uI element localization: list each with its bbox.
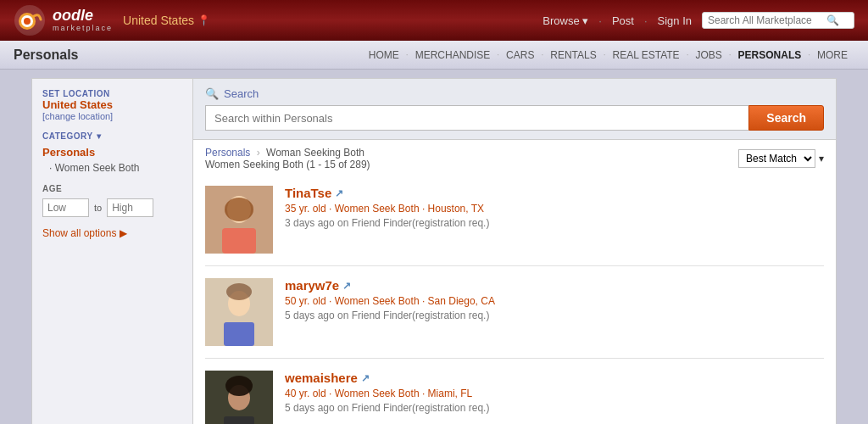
search-area: 🔍 Search Search — [193, 79, 836, 140]
breadcrumb-bar: Personals › Woman Seeking Both Women See… — [193, 140, 836, 174]
search-button[interactable]: Search — [748, 105, 824, 131]
age-section: AGE to — [42, 184, 182, 217]
external-link-icon-1: ↗ — [335, 187, 343, 199]
age-label: AGE — [42, 184, 182, 193]
category-label: CATEGORY — [42, 131, 93, 141]
svg-point-6 — [225, 198, 253, 221]
sep-2: · — [644, 14, 648, 27]
svg-point-3 — [24, 18, 31, 25]
listings: TinaTse ↗ 35 yr. old · Women Seek Both ·… — [193, 174, 836, 424]
category-dropdown[interactable]: CATEGORY ▾ — [42, 131, 182, 141]
listing-thumb-3[interactable] — [205, 371, 273, 424]
header-search-box[interactable]: 🔍 — [702, 12, 854, 29]
set-location-label: SET LOCATION — [42, 89, 182, 98]
location-pin-icon: 📍 — [198, 14, 210, 26]
list-item: TinaTse ↗ 35 yr. old · Women Seek Both ·… — [205, 174, 824, 266]
thumb-svg-1 — [205, 186, 273, 254]
listing-date-3: 5 days ago on Friend Finder(registration… — [285, 402, 824, 414]
svg-rect-7 — [222, 228, 256, 254]
nav-home[interactable]: HOME — [362, 49, 406, 61]
listing-meta-2: 50 yr. old · Women Seek Both · San Diego… — [285, 295, 824, 307]
age-high-input[interactable] — [107, 198, 153, 217]
search-label: 🔍 Search — [205, 87, 824, 100]
logo-name: oodle — [53, 8, 113, 25]
thumb-svg-2 — [205, 278, 273, 346]
category-dropdown-icon: ▾ — [97, 131, 102, 141]
breadcrumb-child: Woman Seeking Both — [266, 147, 364, 159]
breadcrumb: Personals › Woman Seeking Both — [205, 147, 370, 159]
post-link[interactable]: Post — [612, 14, 634, 27]
oodle-logo-icon — [14, 4, 46, 36]
age-inputs: to — [42, 198, 182, 217]
svg-point-11 — [226, 283, 252, 300]
site-header: oodle marketplace United States 📍 Browse… — [0, 0, 868, 41]
thumb-svg-3 — [205, 371, 273, 424]
svg-point-15 — [225, 376, 253, 396]
search-row: Search — [205, 105, 824, 131]
nav-merchandise[interactable]: MERCHANDISE — [409, 49, 498, 61]
show-all-options-link[interactable]: Show all options ▶ — [42, 227, 182, 239]
external-link-icon-3: ↗ — [361, 372, 370, 384]
nav-rentals[interactable]: RENTALS — [543, 49, 603, 61]
category-personals[interactable]: Personals — [42, 146, 182, 159]
sort-control: Best Match Newest Oldest ▾ — [738, 149, 824, 168]
listing-name-3[interactable]: wemaishere ↗ — [285, 371, 824, 385]
header-search-icon: 🔍 — [826, 14, 839, 26]
breadcrumb-parent[interactable]: Personals — [205, 147, 250, 159]
age-to-label: to — [94, 203, 102, 213]
listing-thumb-1[interactable] — [205, 186, 273, 254]
listing-meta-1: 35 yr. old · Women Seek Both · Houston, … — [285, 203, 824, 215]
sep-1: · — [598, 14, 602, 27]
sidebar-location-value[interactable]: United States — [42, 98, 182, 111]
sort-select[interactable]: Best Match Newest Oldest — [738, 149, 815, 168]
header-search-input[interactable] — [708, 14, 826, 26]
browse-link[interactable]: Browse ▾ — [542, 14, 588, 27]
breadcrumb-area: Personals › Woman Seeking Both Women See… — [205, 147, 370, 170]
listing-name-2[interactable]: maryw7e ↗ — [285, 278, 824, 293]
header-location[interactable]: United States 📍 — [123, 14, 210, 27]
sort-dropdown-icon: ▾ — [819, 153, 824, 165]
listing-meta-3: 40 yr. old · Women Seek Both · Miami, FL — [285, 388, 824, 399]
nav-personals[interactable]: PERSONALS — [732, 49, 809, 61]
list-item: maryw7e ↗ 50 yr. old · Women Seek Both ·… — [205, 266, 824, 359]
listing-info-2: maryw7e ↗ 50 yr. old · Women Seek Both ·… — [285, 278, 824, 321]
nav-more[interactable]: MORE — [810, 49, 854, 61]
nav-cars[interactable]: CARS — [499, 49, 541, 61]
external-link-icon-2: ↗ — [342, 280, 351, 292]
listing-date-1: 3 days ago on Friend Finder(registration… — [285, 217, 824, 229]
header-location-text: United States — [123, 14, 194, 27]
listing-date-2: 5 days ago on Friend Finder(registration… — [285, 310, 824, 321]
sidebar: SET LOCATION United States [change locat… — [31, 78, 192, 424]
logo-sub: marketplace — [53, 25, 113, 33]
main-wrapper: SET LOCATION United States [change locat… — [31, 78, 837, 424]
svg-rect-14 — [224, 416, 254, 424]
nav-jobs[interactable]: JOBS — [688, 49, 728, 61]
list-item: wemaishere ↗ 40 yr. old · Women Seek Bot… — [205, 359, 824, 424]
main-content: 🔍 Search Search Personals › Woman Seekin… — [192, 78, 837, 424]
page-title: Personals — [14, 47, 78, 63]
nav-realestate[interactable]: REAL ESTATE — [605, 49, 686, 61]
change-location-link[interactable]: [change location] — [42, 111, 182, 121]
search-icon: 🔍 — [205, 87, 219, 100]
svg-rect-10 — [224, 322, 254, 346]
logo-area[interactable]: oodle marketplace — [14, 4, 113, 36]
nav-links: HOME · MERCHANDISE · CARS · RENTALS · RE… — [362, 49, 854, 61]
header-right: Browse ▾ · Post · Sign In 🔍 — [542, 12, 854, 29]
category-women-seek-both[interactable]: Women Seek Both — [42, 162, 182, 174]
listing-thumb-2[interactable] — [205, 278, 273, 346]
age-low-input[interactable] — [42, 198, 89, 217]
top-nav: Personals HOME · MERCHANDISE · CARS · RE… — [0, 41, 868, 70]
search-input[interactable] — [205, 105, 748, 131]
listing-name-1[interactable]: TinaTse ↗ — [285, 186, 824, 200]
signin-link[interactable]: Sign In — [658, 14, 692, 27]
listing-info-1: TinaTse ↗ 35 yr. old · Women Seek Both ·… — [285, 186, 824, 229]
listing-info-3: wemaishere ↗ 40 yr. old · Women Seek Bot… — [285, 371, 824, 414]
result-count: Women Seeking Both (1 - 15 of 289) — [205, 159, 370, 170]
